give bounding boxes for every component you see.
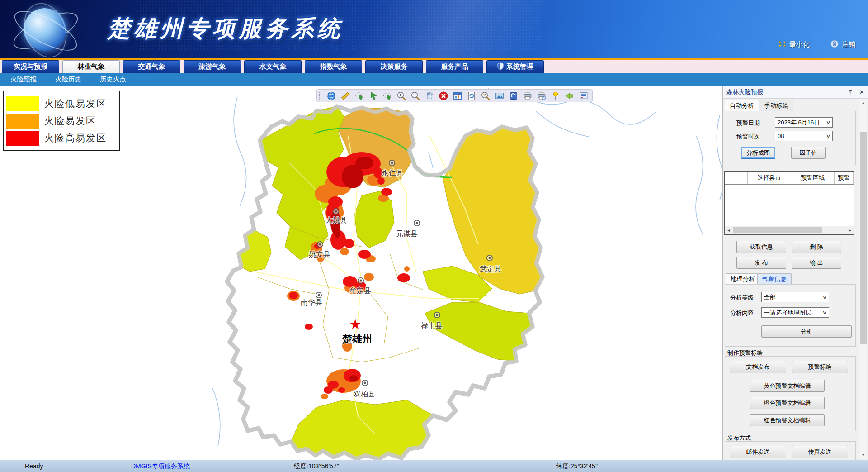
date-label: 预警日期: [736, 119, 760, 127]
globe-icon[interactable]: [326, 91, 336, 101]
main-tab-8[interactable]: 服务产品: [426, 60, 483, 73]
minimize-icon: [778, 40, 786, 49]
pan-icon[interactable]: [425, 91, 434, 101]
refresh-icon[interactable]: [467, 91, 476, 101]
print-icon[interactable]: [523, 91, 533, 101]
scroll-right-icon[interactable]: ►: [846, 227, 854, 234]
county-label: 大姚县: [326, 216, 347, 224]
subnav-item-2[interactable]: 火险历史: [55, 75, 81, 84]
main-tab-3[interactable]: 交通气象: [123, 60, 180, 73]
county-label: 姚安县: [309, 251, 330, 258]
full-extent-icon[interactable]: [453, 91, 462, 101]
identify-icon[interactable]: ?: [481, 91, 491, 101]
legend-swatch: [6, 96, 39, 111]
pin-icon[interactable]: [846, 88, 854, 95]
tab-label: 林业气象: [78, 62, 105, 71]
legend-row: 火险易发区: [6, 112, 116, 129]
select-area-icon[interactable]: [354, 91, 364, 101]
print-preview-icon[interactable]: [537, 91, 547, 101]
close-icon[interactable]: ✕: [858, 88, 865, 95]
hscroll-thumb[interactable]: [733, 227, 822, 233]
panel-title: 森林火险预报: [726, 88, 763, 96]
legend-label: 火险低易发区: [44, 97, 107, 110]
export-button[interactable]: 输 出: [792, 257, 841, 269]
layers-icon[interactable]: [509, 91, 519, 101]
logout-button[interactable]: 注销: [830, 40, 855, 49]
select-lasso-icon[interactable]: [382, 91, 392, 101]
svg-text:?: ?: [483, 93, 486, 97]
chevron-down-icon: ∨: [822, 294, 827, 300]
warning-plot-button[interactable]: 预警标绘: [792, 361, 848, 373]
get-info-button[interactable]: 获取信息: [736, 241, 786, 253]
legend-swatch: [6, 114, 39, 129]
app-title: 楚雄州专项服务系统: [108, 14, 344, 44]
image-export-icon[interactable]: [495, 91, 505, 101]
table-header-1[interactable]: [725, 172, 748, 184]
back-icon[interactable]: [565, 91, 575, 101]
level-combobox[interactable]: 全部∨: [761, 292, 829, 302]
tab-label: 旅游气象: [199, 62, 226, 71]
tab-label: 指数气象: [320, 62, 347, 71]
status-ready: Ready: [25, 462, 43, 470]
tab-geo-analysis[interactable]: 地理分析: [726, 273, 760, 285]
content-combobox[interactable]: 一请选择地理图层-∨: [761, 307, 829, 318]
scroll-left-icon[interactable]: ◄: [725, 227, 732, 234]
main-tab-5[interactable]: 水文气象: [244, 60, 302, 73]
main-tab-7[interactable]: 决策服务: [365, 60, 423, 73]
scroll-up-icon[interactable]: ▲: [859, 99, 867, 107]
tab-auto-analysis[interactable]: 自动分析: [725, 100, 759, 111]
status-system-link[interactable]: DMGIS专项服务系统: [131, 462, 190, 471]
fax-send-button[interactable]: 传真发送: [792, 446, 848, 458]
main-tab-4[interactable]: 旅游气象: [184, 60, 241, 73]
county-seat-marker: [434, 312, 440, 318]
minimize-button[interactable]: 最小化: [778, 40, 810, 49]
stop-icon[interactable]: [439, 91, 448, 101]
time-combobox[interactable]: 08∨: [775, 131, 833, 141]
main-tab-6[interactable]: 指数气象: [305, 60, 362, 73]
locate-pin-icon[interactable]: [551, 91, 561, 101]
subnav-item-1[interactable]: 火险预报: [10, 75, 37, 84]
legend-swatch: [6, 131, 39, 146]
county-seat-marker: [333, 209, 339, 214]
map-canvas[interactable]: 永仁县大姚县元谋县姚安县武定县牟定县南华县禄丰县双柏县★楚雄州 火险低易发区火险…: [0, 86, 722, 460]
table-hscrollbar[interactable]: ◄ ►: [725, 226, 854, 234]
chevron-down-icon: ∨: [822, 310, 827, 315]
factor-value-button[interactable]: 因子值: [791, 147, 826, 159]
table-header-4[interactable]: 预警: [835, 172, 854, 184]
delete-button[interactable]: 删 除: [792, 241, 841, 253]
capital-label: 楚雄州: [342, 333, 372, 344]
orange-warning-edit-button[interactable]: 橙色预警文档编辑: [750, 397, 825, 409]
tab-weather-info[interactable]: 气象信息: [757, 273, 792, 285]
yellow-warning-edit-button[interactable]: 黄色预警文档编辑: [750, 380, 825, 392]
subnav-item-3[interactable]: 历史火点: [100, 75, 126, 84]
zoom-in-icon[interactable]: [396, 91, 406, 101]
select-arrow-icon[interactable]: [368, 91, 378, 101]
red-warning-edit-button[interactable]: 红色预警文档编辑: [750, 414, 825, 426]
geo-analyze-button[interactable]: 分析: [761, 325, 852, 338]
scroll-down-icon[interactable]: ▼: [859, 451, 867, 459]
zoom-out-icon[interactable]: [410, 91, 420, 101]
table-header-2[interactable]: 选择县市: [748, 172, 791, 184]
tab-manual-plot[interactable]: 手动标绘: [759, 100, 793, 111]
analyze-map-button[interactable]: 分析成图: [741, 147, 775, 159]
county-seat-marker: [389, 160, 395, 166]
toolbar-grip[interactable]: [319, 92, 321, 100]
main-tab-9[interactable]: 系统管理: [486, 60, 544, 73]
legend-flag-icon[interactable]: [579, 91, 589, 101]
county-label: 禄丰县: [420, 322, 443, 329]
main-tab-2[interactable]: 林业气象: [62, 60, 120, 73]
measure-icon[interactable]: [340, 91, 350, 101]
county-seat-marker: [362, 380, 368, 386]
warning-table[interactable]: 选择县市预警区域预警 ◄ ►: [724, 171, 854, 235]
capital-star-icon: ★: [349, 317, 362, 332]
vscroll-thumb[interactable]: [860, 132, 867, 344]
time-label: 预警时次: [736, 133, 760, 141]
county-seat-marker: [487, 255, 492, 261]
doc-publish-button[interactable]: 文档发布: [730, 361, 786, 373]
date-combobox[interactable]: 2023年 6月16日∨: [775, 117, 833, 128]
email-send-button[interactable]: 邮件发送: [730, 446, 786, 458]
main-tab-1[interactable]: 实况与预报: [2, 60, 59, 73]
table-header-3[interactable]: 预警区域: [791, 172, 835, 184]
publish-button[interactable]: 发 布: [736, 257, 786, 269]
panel-vscrollbar[interactable]: ▲ ▼: [859, 99, 867, 459]
